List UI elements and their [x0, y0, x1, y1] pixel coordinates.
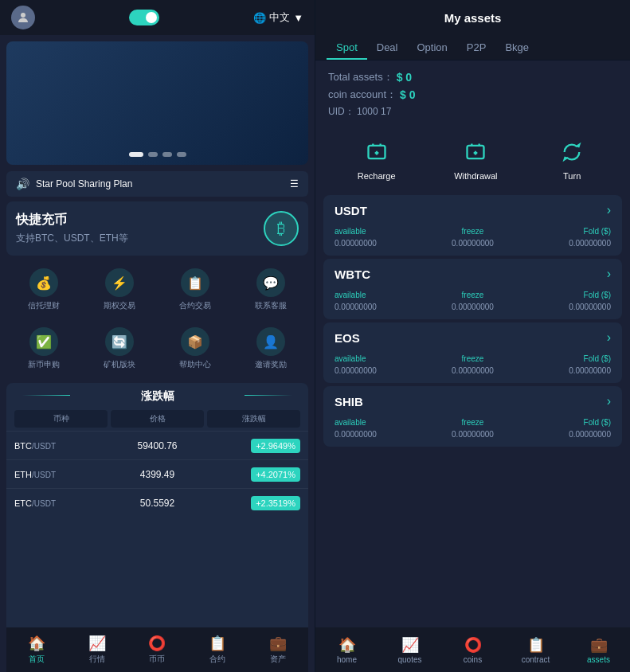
menu-item-contract[interactable]: 📋 合约交易: [158, 260, 233, 319]
coin-labels-usdt: available freeze Fold ($): [335, 227, 611, 236]
nav-market[interactable]: 📈 行情: [67, 627, 127, 672]
tab-spot[interactable]: Spot: [327, 35, 367, 60]
theme-toggle[interactable]: [129, 10, 159, 25]
banner-dot-2[interactable]: [148, 152, 158, 157]
coin-arrow-eos: ›: [607, 330, 611, 345]
fold-value-eos: 0.00000000: [518, 366, 611, 375]
menu-item-miner[interactable]: 🔄 矿机版块: [82, 319, 158, 378]
turn-button[interactable]: Turn: [556, 136, 588, 181]
nav-quotes-right[interactable]: 📈 quotes: [378, 627, 441, 672]
banner-dot-3[interactable]: [162, 152, 172, 157]
coin-header-wbtc[interactable]: WBTC ›: [323, 259, 622, 289]
avatar[interactable]: [11, 6, 35, 29]
freeze-value-wbtc: 0.00000000: [427, 303, 519, 311]
menu-item-options[interactable]: ⚡ 期权交易: [82, 260, 158, 319]
total-assets-label: Total assets：: [328, 70, 393, 84]
language-selector[interactable]: 🌐 中文 ▼: [253, 10, 303, 25]
fold-label-usdt: Fold ($): [518, 227, 611, 236]
change-badge-btc: +2.9649%: [251, 439, 300, 453]
withdrawal-button[interactable]: Withdrawal: [454, 136, 497, 181]
chevron-down-icon: ▼: [293, 12, 303, 24]
available-value-shib: 0.00000000: [335, 430, 427, 439]
menu-grid: 💰 信托理财 ⚡ 期权交易 📋 合约交易 💬 联系客服 ✅ 新币申购 🔄 矿机版…: [6, 260, 308, 378]
menu-item-help-label: 帮助中心: [179, 359, 211, 370]
globe-icon: 🌐: [253, 12, 266, 24]
change-etc: +2.3519%: [205, 495, 300, 510]
coin-header-usdt[interactable]: USDT ›: [323, 195, 622, 225]
coin-values-eos: 0.00000000 0.00000000 0.00000000: [335, 366, 611, 375]
available-value-usdt: 0.00000000: [335, 239, 427, 248]
left-panel: 🌐 中文 ▼ 🔊 Star Pool Sharing Plan ☰ 快捷充币 支…: [0, 0, 315, 672]
coin-labels-wbtc: available freeze Fold ($): [335, 291, 611, 299]
menu-item-contract-label: 合约交易: [179, 300, 211, 311]
menu-item-support-label: 联系客服: [255, 300, 287, 311]
home-icon: 🏠: [28, 635, 45, 652]
fold-value-shib: 0.00000000: [518, 430, 611, 439]
coin-header-shib[interactable]: SHIB ›: [323, 386, 622, 416]
nav-home[interactable]: 🏠 首页: [6, 627, 67, 672]
tab-p2p[interactable]: P2P: [457, 35, 496, 60]
freeze-label-usdt: freeze: [427, 227, 519, 236]
coin-body-usdt: available freeze Fold ($) 0.00000000 0.0…: [323, 225, 622, 256]
tab-option[interactable]: Option: [408, 35, 457, 60]
quick-charge-subtitle: 支持BTC、USDT、ETH等: [16, 232, 128, 245]
coin-account-value: $ 0: [400, 88, 415, 101]
nav-coins-right[interactable]: ⭕ coins: [441, 627, 504, 672]
market-row-btc[interactable]: BTC/USDT 59400.76 +2.9649%: [6, 431, 308, 459]
fold-value-usdt: 0.00000000: [518, 239, 611, 248]
announcement-bar[interactable]: 🔊 Star Pool Sharing Plan ☰: [6, 171, 308, 197]
coins-nav-icon-right: ⭕: [464, 636, 482, 654]
tab-deal[interactable]: Deal: [367, 35, 408, 60]
menu-item-newcoin[interactable]: ✅ 新币申购: [6, 319, 82, 378]
fold-label-shib: Fold ($): [518, 418, 611, 427]
market-row-eth[interactable]: ETH/USDT 4399.49 +4.2071%: [6, 459, 308, 488]
banner-dot-4[interactable]: [177, 152, 186, 157]
nav-assets-label: 资产: [270, 654, 286, 665]
quick-charge-text: 快捷充币 支持BTC、USDT、ETH等: [16, 212, 128, 245]
assets-icon: 💼: [269, 635, 287, 652]
coin-header-eos[interactable]: EOS ›: [323, 322, 622, 353]
options-icon: ⚡: [105, 268, 134, 297]
recharge-button[interactable]: Recharge: [358, 136, 396, 181]
banner-dot-1[interactable]: [129, 152, 143, 157]
price-btc: 59400.76: [110, 440, 205, 451]
withdrawal-label: Withdrawal: [454, 171, 497, 181]
menu-item-trust[interactable]: 💰 信托理财: [6, 260, 82, 319]
nav-assets-right[interactable]: 💼 assets: [567, 627, 630, 672]
menu-item-invite[interactable]: 👤 邀请奖励: [233, 319, 308, 378]
quick-charge-icon: ₿: [264, 211, 299, 246]
coin-labels-shib: available freeze Fold ($): [335, 418, 611, 427]
available-value-wbtc: 0.00000000: [335, 303, 427, 311]
banner-dots: [129, 152, 186, 157]
nav-home-label-right: home: [337, 655, 357, 664]
coin-values-usdt: 0.00000000 0.00000000 0.00000000: [335, 239, 611, 248]
market-line-right: [245, 395, 292, 396]
recharge-icon: [361, 136, 393, 168]
left-header: 🌐 中文 ▼: [0, 0, 315, 35]
coin-card-shib: SHIB › available freeze Fold ($) 0.00000…: [323, 386, 622, 447]
coin-values-wbtc: 0.00000000 0.00000000 0.00000000: [335, 303, 611, 311]
uid-label: UID：: [328, 106, 354, 117]
nav-coins-label-right: coins: [464, 655, 482, 664]
page-title: My assets: [444, 11, 502, 25]
nav-coins[interactable]: ⭕ 币币: [127, 627, 188, 672]
nav-contract[interactable]: 📋 合约: [187, 627, 248, 672]
turn-label: Turn: [563, 171, 581, 181]
coin-list: USDT › available freeze Fold ($) 0.00000…: [315, 192, 630, 627]
nav-quotes-label-right: quotes: [397, 655, 421, 664]
menu-item-support[interactable]: 💬 联系客服: [233, 260, 308, 319]
market-row-etc[interactable]: ETC/USDT 50.5592 +2.3519%: [6, 488, 308, 517]
recharge-label: Recharge: [358, 171, 396, 181]
contract-nav-icon-right: 📋: [527, 636, 545, 654]
nav-home-right[interactable]: 🏠 home: [315, 627, 378, 672]
market-title: 涨跌幅: [141, 389, 174, 404]
menu-item-help[interactable]: 📦 帮助中心: [158, 319, 233, 378]
help-icon: 📦: [181, 327, 209, 356]
freeze-value-shib: 0.00000000: [427, 430, 519, 439]
nav-contract-right[interactable]: 📋 contract: [504, 627, 567, 672]
coin-account-row: coin account： $ 0: [328, 88, 617, 102]
quick-charge-section[interactable]: 快捷充币 支持BTC、USDT、ETH等 ₿: [6, 201, 308, 256]
nav-assets[interactable]: 💼 资产: [248, 627, 308, 672]
uid-value: 1000 17: [357, 106, 391, 117]
tab-bkge[interactable]: Bkge: [495, 35, 538, 60]
